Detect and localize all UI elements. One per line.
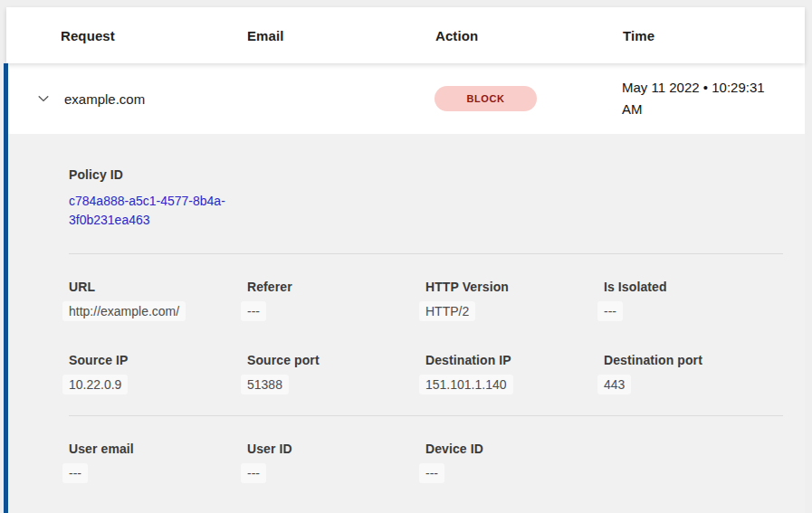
http-version-field: HTTP Version HTTP/2 <box>425 280 604 318</box>
field-label: Is Isolated <box>604 280 783 294</box>
field-label: Source port <box>247 353 425 367</box>
destination-port-field: Destination port 443 <box>604 353 783 392</box>
referer-field: Referer --- <box>247 280 425 318</box>
time-cell: May 11 2022 • 10:29:31 AM <box>622 77 778 120</box>
field-label: Destination port <box>604 353 783 367</box>
field-value: 10.22.0.9 <box>62 375 128 394</box>
table-header-row: Request Email Action Time <box>6 7 805 63</box>
field-label: User ID <box>247 442 425 456</box>
chevron-down-icon[interactable] <box>36 91 51 106</box>
logs-table: Request Email Action Time example.com BL… <box>4 7 805 513</box>
user-id-field: User ID --- <box>247 442 425 480</box>
section-divider <box>69 415 783 416</box>
field-value: 443 <box>597 375 631 394</box>
user-details-grid: User email --- User ID --- Device ID --- <box>69 442 783 480</box>
url-field: URL http://example.com/ <box>69 280 247 318</box>
request-details-grid: URL http://example.com/ Referer --- HTTP… <box>69 280 783 392</box>
http-logs-view: Request Email Action Time example.com BL… <box>0 0 812 513</box>
field-value: --- <box>419 463 444 483</box>
policy-id-field: Policy ID c784a888-a5c1-4577-8b4a-3f0b23… <box>69 167 783 230</box>
table-row[interactable]: example.com BLOCK May 11 2022 • 10:29:31… <box>8 63 805 134</box>
destination-ip-field: Destination IP 151.101.1.140 <box>425 353 604 392</box>
field-value: 51388 <box>241 375 289 394</box>
field-label: Destination IP <box>425 353 604 367</box>
expanded-row-group: example.com BLOCK May 11 2022 • 10:29:31… <box>4 63 805 513</box>
user-email-field: User email --- <box>69 442 247 480</box>
field-value: http://example.com/ <box>62 301 186 321</box>
column-header-email: Email <box>247 28 435 43</box>
is-isolated-field: Is Isolated --- <box>604 280 783 318</box>
field-label: HTTP Version <box>425 280 604 294</box>
field-value: --- <box>241 301 266 321</box>
column-header-time: Time <box>623 28 805 43</box>
source-port-field: Source port 51388 <box>247 353 425 392</box>
field-value: HTTP/2 <box>419 301 475 321</box>
column-header-action: Action <box>435 28 623 43</box>
field-label: URL <box>69 280 247 294</box>
row-detail-panel: Policy ID c784a888-a5c1-4577-8b4a-3f0b23… <box>8 134 805 497</box>
field-label: Referer <box>247 280 425 294</box>
policy-id-link[interactable]: c784a888-a5c1-4577-8b4a-3f0b231ea463 <box>69 192 252 230</box>
status-badge: BLOCK <box>435 86 537 111</box>
field-value: --- <box>62 463 88 483</box>
field-value: 151.101.1.140 <box>419 375 513 394</box>
request-cell: example.com <box>64 91 246 107</box>
section-divider <box>69 253 783 254</box>
field-label: User email <box>69 442 247 456</box>
field-label: Device ID <box>425 442 604 456</box>
device-id-field: Device ID --- <box>425 442 604 480</box>
field-value: --- <box>597 301 623 321</box>
field-value: --- <box>241 463 266 483</box>
field-label: Source IP <box>69 353 247 367</box>
policy-id-label: Policy ID <box>69 167 783 182</box>
column-header-request: Request <box>61 28 247 43</box>
source-ip-field: Source IP 10.22.0.9 <box>69 353 247 392</box>
action-cell: BLOCK <box>435 86 622 111</box>
